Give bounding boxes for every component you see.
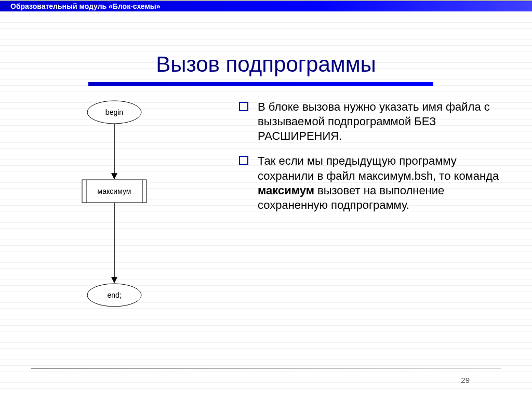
flow-end-label: end;: [107, 291, 121, 299]
header-bar: Образовательный модуль «Блок-схемы»: [0, 0, 532, 11]
bullet-text-1: В блоке вызова нужно указать имя файла с…: [258, 100, 490, 142]
title-underline: [88, 82, 433, 86]
footer-divider: [31, 368, 501, 369]
bullet-item-2: Так если мы предыдущую программу сохрани…: [239, 154, 501, 212]
flowchart-column: begin максимум end;: [31, 97, 218, 325]
flow-call-label: максимум: [98, 187, 131, 195]
bullet-text-2b: максимум: [258, 184, 314, 197]
slide-body: Вызов подпрограммы begin максимум: [0, 11, 532, 399]
bullet-text-2a: Так если мы предыдущую программу сохрани…: [258, 154, 499, 182]
bullet-list: В блоке вызова нужно указать имя файла с…: [218, 97, 501, 325]
page-title: Вызов подпрограммы: [0, 52, 532, 77]
flow-call-node: максимум: [82, 180, 147, 203]
flow-begin-label: begin: [105, 108, 123, 116]
flowchart-svg: begin максимум end;: [52, 97, 177, 320]
content-row: begin максимум end; В блоке вызова нужно…: [0, 86, 532, 325]
page-number: 29: [461, 376, 470, 384]
bullet-item-1: В блоке вызова нужно указать имя файла с…: [239, 100, 501, 143]
